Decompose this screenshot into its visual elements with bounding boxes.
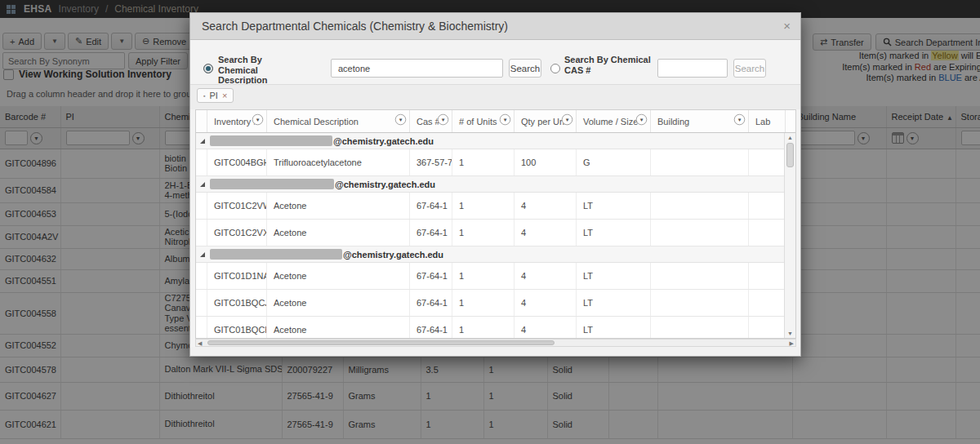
vertical-scrollbar[interactable]: ▲ ▼	[784, 133, 795, 338]
filter-icon[interactable]: ▼	[734, 114, 746, 126]
pi-email-domain: @chemistry.gatech.edu	[343, 250, 443, 260]
group-chip-pi[interactable]: ▪ PI ×	[197, 88, 234, 103]
result-row[interactable]: GITC01BQCKAcetone67-64-114LT	[196, 317, 795, 339]
result-cell: 67-64-1	[410, 263, 452, 289]
result-cell: 4	[514, 263, 577, 289]
redacted-pi-name	[210, 179, 334, 189]
filter-icon[interactable]: ▼	[562, 114, 573, 126]
filter-icon[interactable]: ▼	[636, 114, 648, 126]
scroll-up-icon[interactable]: ▲	[785, 135, 795, 140]
result-cell	[749, 220, 786, 246]
search-by-cas-radio[interactable]	[550, 64, 560, 73]
result-cell: G	[577, 149, 651, 175]
collapse-group-icon[interactable]	[200, 182, 205, 187]
result-cell: LT	[577, 220, 651, 246]
result-cell: GITC01C2VW	[207, 193, 267, 219]
result-cell: Acetone	[267, 193, 410, 219]
chemical-description-input[interactable]	[331, 59, 503, 78]
result-cell	[651, 149, 749, 175]
results-column-header[interactable]: Building▼	[651, 110, 749, 132]
scroll-thumb[interactable]	[207, 340, 555, 345]
search-by-cas-label: Search By Chemical CAS #	[564, 55, 656, 75]
result-cell: GITC004BGH	[207, 149, 267, 175]
cas-number-input[interactable]	[657, 59, 728, 78]
results-column-header[interactable]: Lab	[749, 110, 786, 132]
result-cell: GITC01BQCK	[207, 317, 267, 339]
result-cell	[651, 193, 749, 219]
scroll-right-icon[interactable]: ▶	[790, 340, 794, 347]
pi-email-domain: @chemistry.gatech.edu	[333, 136, 434, 146]
modal-footer	[190, 347, 800, 356]
results-column-header[interactable]: Chemical Description▼	[267, 110, 410, 132]
result-row[interactable]: GITC01C2VXAcetone67-64-114LT	[196, 220, 795, 246]
result-cell: 1	[452, 149, 514, 175]
scroll-down-icon[interactable]: ▼	[785, 331, 795, 336]
result-cell	[749, 149, 786, 175]
result-cell: 4	[514, 220, 577, 246]
result-row[interactable]: GITC004BGHTrifluoroacetylacetone367-57-7…	[196, 149, 795, 176]
search-by-description-label: Search By Chemical Description	[218, 55, 303, 86]
result-cell: GITC01C2VX	[207, 220, 267, 246]
filter-icon[interactable]: ▼	[500, 114, 511, 126]
result-cell: 1	[452, 290, 514, 316]
result-cell	[651, 290, 749, 316]
horizontal-scrollbar[interactable]: ◀ ▶	[195, 339, 796, 347]
result-cell: 1	[452, 193, 514, 219]
result-cell: Trifluoroacetylacetone	[267, 149, 410, 175]
result-cell: GITC01D1NA	[207, 263, 267, 289]
result-cell: LT	[577, 290, 651, 316]
modal-title: Search Departmental Chemicals (Chemistry…	[202, 20, 508, 33]
filter-icon[interactable]: ▼	[395, 114, 407, 126]
results-column-header[interactable]: Cas #▼	[410, 110, 452, 132]
sort-indicator-icon: ▪	[203, 93, 205, 99]
result-cell: LT	[577, 263, 651, 289]
close-icon[interactable]: ×	[783, 19, 791, 33]
result-cell: 367-57-7	[410, 149, 452, 175]
group-header-row[interactable]: @chemistry.gatech.edu	[196, 133, 795, 149]
modal-header: Search Departmental Chemicals (Chemistry…	[190, 13, 800, 40]
result-cell	[651, 317, 749, 339]
result-cell: Acetone	[267, 220, 410, 246]
result-cell: GITC01BQCJ	[207, 290, 267, 316]
collapse-group-icon[interactable]	[200, 252, 205, 257]
group-header-row[interactable]: @chemistry.gatech.edu	[196, 246, 795, 263]
results-column-header[interactable]: Volume / Size▼	[577, 110, 651, 132]
group-header-row[interactable]: @chemistry.gatech.edu	[196, 176, 795, 193]
search-by-description-radio[interactable]	[203, 64, 213, 73]
result-cell	[651, 220, 749, 246]
result-cell	[749, 193, 786, 219]
result-cell: 100	[514, 149, 577, 175]
result-row[interactable]: GITC01BQCJAcetone67-64-114LT	[196, 290, 795, 317]
result-cell: Acetone	[267, 317, 410, 339]
results-header-row: Inventory #▼Chemical Description▼Cas #▼#…	[196, 110, 795, 133]
result-cell: 1	[452, 263, 514, 289]
results-column-header[interactable]: Qty per Unit▼	[514, 110, 577, 132]
collapse-group-icon[interactable]	[200, 139, 205, 144]
result-cell: 1	[452, 220, 514, 246]
result-cell: 67-64-1	[410, 290, 452, 316]
result-cell: Acetone	[267, 263, 410, 289]
result-cell: LT	[577, 317, 651, 339]
result-row[interactable]: GITC01C2VWAcetone67-64-114LT	[196, 193, 795, 220]
result-cell	[749, 290, 786, 316]
result-cell: 67-64-1	[410, 220, 452, 246]
filter-icon[interactable]: ▼	[252, 114, 264, 126]
result-cell	[749, 263, 786, 289]
scroll-left-icon[interactable]: ◀	[198, 340, 202, 347]
cas-search-button[interactable]: Search	[733, 59, 766, 78]
search-departmental-chemicals-modal: Search Departmental Chemicals (Chemistry…	[189, 12, 801, 357]
results-column-header[interactable]: # of Units▼	[452, 110, 514, 132]
result-cell: Acetone	[267, 290, 410, 316]
redacted-pi-name	[210, 135, 332, 146]
remove-group-icon[interactable]: ×	[222, 91, 227, 100]
result-cell: 1	[452, 317, 514, 339]
result-cell: 67-64-1	[410, 317, 452, 339]
results-column-header[interactable]: Inventory #▼	[207, 110, 267, 132]
scroll-thumb[interactable]	[786, 143, 794, 167]
redacted-pi-name	[210, 249, 342, 260]
filter-icon[interactable]: ▼	[438, 114, 449, 126]
description-search-button[interactable]: Search	[509, 59, 541, 78]
result-cell: LT	[577, 193, 651, 219]
result-row[interactable]: GITC01D1NAAcetone67-64-114LT	[196, 263, 795, 290]
result-cell	[651, 263, 749, 289]
